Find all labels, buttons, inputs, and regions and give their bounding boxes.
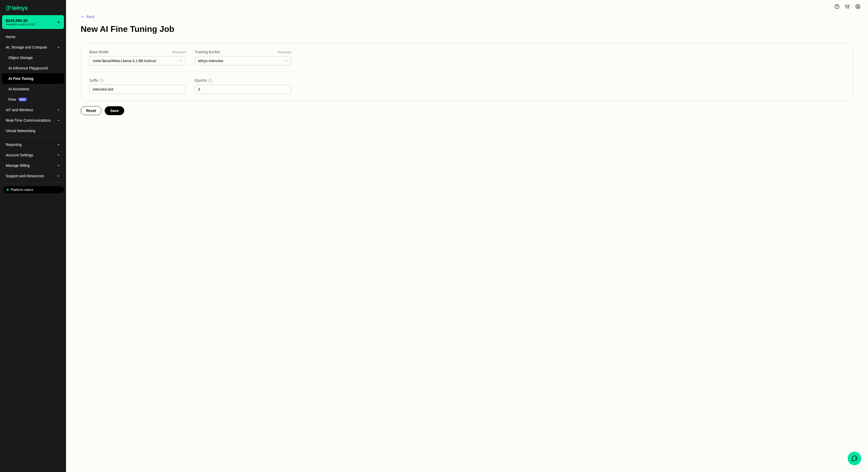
chat-icon [851,455,858,462]
credit-box[interactable]: $245,580.26 Available credit in USD + [2,15,64,29]
card-divider [89,72,845,72]
nav-iot-label: IoT and Wireless [6,108,33,112]
nav-rtc[interactable]: Real-Time Communications [2,115,64,125]
nav-object-storage-label: Object Storage [8,56,33,60]
base-model-group: Base Model Required meta-llama/Meta-Llam… [89,50,186,65]
nav-vn[interactable]: Virtual Networking [2,125,64,136]
training-bucket-label: Training Bucket [195,50,220,54]
back-link[interactable]: Back [81,14,94,19]
reset-button[interactable]: Reset [81,106,101,115]
chevron-down-icon [57,153,60,157]
nav-billing-label: Manage Billing [6,164,30,168]
help-icon[interactable]: ? [100,79,103,82]
svg-point-5 [857,5,859,7]
svg-point-2 [846,7,847,8]
save-button[interactable]: Save [105,106,124,115]
chevron-down-icon [57,143,60,146]
nav-ai-inference[interactable]: AI Inference Playground [2,63,64,73]
svg-point-3 [848,7,849,8]
nav-billing[interactable]: Manage Billing [2,160,64,171]
chevron-down-icon [57,164,60,167]
svg-point-1 [837,7,837,8]
divider [2,138,64,138]
form-card: Base Model Required meta-llama/Meta-Llam… [81,43,854,101]
nav-support[interactable]: Support and Resources [2,171,64,181]
status-dot-icon [7,189,9,190]
epochs-label: Epochs ? [195,78,212,83]
arrow-left-icon [81,15,84,19]
nav-reporting[interactable]: Reporting [2,139,64,150]
epochs-group: Epochs ? [195,78,291,94]
nav-rtc-label: Real-Time Communications [6,118,51,122]
nav-flow[interactable]: Flow NEW [2,94,64,105]
nav-ai-assistants[interactable]: AI Assistants [2,84,64,94]
nav-ai-section[interactable]: AI, Storage and Compute [2,42,64,53]
required-label: Required [277,50,291,54]
nav-object-storage[interactable]: Object Storage [2,53,64,63]
status-label: Platform status [11,188,33,191]
suffix-input[interactable] [89,85,186,94]
required-label: Required [172,50,186,54]
credit-label: Available credit in USD [6,23,35,26]
top-bar [66,0,868,13]
brand-text: telnyx [12,5,28,11]
back-label: Back [86,14,94,19]
nav-ai-inference-label: AI Inference Playground [8,66,48,70]
nav-support-label: Support and Resources [6,174,44,178]
chevron-down-icon [57,108,60,112]
epochs-input[interactable] [195,85,291,94]
help-icon[interactable]: ? [209,79,212,82]
suffix-group: Suffix ? [89,78,186,94]
button-row: Reset Save [81,106,854,115]
nav-reporting-label: Reporting [6,143,22,147]
suffix-label: Suffix ? [89,78,103,83]
help-icon[interactable] [834,4,840,9]
nav-iot[interactable]: IoT and Wireless [2,105,64,115]
training-bucket-value: telnyx-interview [198,59,223,63]
content: Back New AI Fine Tuning Job Base Model R… [66,13,868,115]
nav-ai-section-label: AI, Storage and Compute [6,45,47,49]
platform-status[interactable]: Platform status [3,186,64,193]
training-bucket-group: Training Bucket Required telnyx-intervie… [195,50,291,65]
nav-home-label: Home [6,35,16,39]
nav-ai-assistants-label: AI Assistants [8,87,29,91]
chat-bubble[interactable] [848,452,861,465]
nav-home[interactable]: Home [2,32,64,42]
base-model-select[interactable]: meta-llama/Meta-Llama-3.1-8B-Instruct [89,56,186,65]
logo-icon [6,5,11,11]
sidebar: telnyx $245,580.26 Available credit in U… [0,0,66,472]
chevron-down-icon [57,174,60,178]
training-bucket-select[interactable]: telnyx-interview [195,56,291,65]
chevron-down-icon [285,59,288,62]
credit-amount: $245,580.26 [6,18,35,23]
base-model-value: meta-llama/Meta-Llama-3.1-8B-Instruct [93,59,156,63]
chevron-down-icon [179,59,182,62]
nav-flow-label: Flow [8,97,16,101]
divider [2,183,64,183]
nav-account[interactable]: Account Settings [2,150,64,160]
logo[interactable]: telnyx [2,3,64,15]
flow-new-badge: NEW [18,98,27,101]
chevron-down-icon [57,119,60,122]
page-title: New AI Fine Tuning Job [81,24,854,34]
nav-account-label: Account Settings [6,153,33,157]
nav-ai-fine-tuning-label: AI Fine Tuning [8,77,33,81]
main: Back New AI Fine Tuning Job Base Model R… [66,0,868,472]
nav-ai-fine-tuning[interactable]: AI Fine Tuning [2,73,64,84]
add-credit-icon[interactable]: + [57,19,60,26]
cart-icon[interactable] [844,4,850,9]
base-model-label: Base Model [89,50,108,54]
nav-vn-label: Virtual Networking [6,129,35,133]
chevron-up-icon [57,46,60,49]
user-icon[interactable] [855,4,861,9]
